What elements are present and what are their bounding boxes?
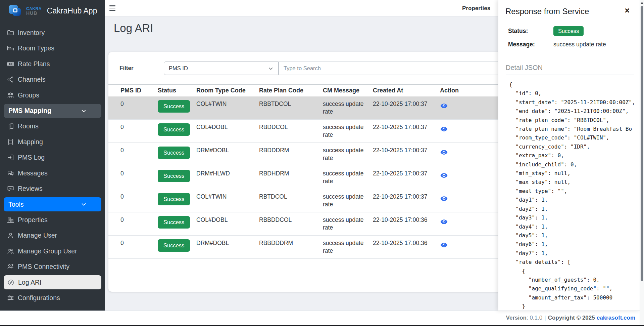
- view-detail-eye-icon[interactable]: [440, 218, 448, 226]
- view-detail-eye-icon[interactable]: [440, 148, 448, 156]
- sidebar-item-pms-connectivity[interactable]: PMS Connectivity: [0, 259, 105, 275]
- cell-pms-id: 0: [108, 189, 158, 212]
- sidebar-item-label: Mapping: [18, 138, 43, 146]
- sidebar-item-manage-group-user[interactable]: Manage Group User: [0, 243, 105, 259]
- response-panel: Response from Service × Status: Success …: [498, 0, 640, 311]
- copyright-text: Copyright © 2025: [548, 315, 595, 321]
- version-label: Version: [506, 315, 527, 321]
- sidebar-item-label: Groups: [18, 91, 39, 99]
- sidebar-item-label: Messages: [18, 169, 48, 177]
- status-label: Status:: [508, 28, 553, 35]
- sidebar-item-label: Manage User: [18, 232, 57, 239]
- view-detail-eye-icon[interactable]: [440, 102, 448, 110]
- cakrahub-logo-icon: [9, 5, 23, 17]
- page-scrollbar[interactable]: [640, 0, 644, 325]
- user-icon: [7, 232, 15, 240]
- status-badge: Success: [158, 123, 190, 136]
- cell-rate-plan-code: RBBTDCOL: [259, 96, 323, 120]
- status-row: Status: Success: [498, 26, 640, 36]
- app-window: CAKRA HUB CakraHub App Inventory Room Ty…: [0, 0, 644, 326]
- cell-pms-id: 0: [108, 120, 158, 143]
- scrollbar-thumb[interactable]: [641, 6, 643, 281]
- sidebar-item-inventory[interactable]: Inventory: [0, 25, 105, 41]
- sidebar-item-label: Rate Plans: [18, 60, 50, 68]
- cell-rate-plan-code: RBTDCOL: [259, 189, 323, 212]
- folder-icon: [7, 29, 15, 37]
- sidebar-item-room-types[interactable]: Room Types: [0, 41, 105, 56]
- status-badge: Success: [158, 100, 190, 113]
- navbar-item-properties[interactable]: Properties: [462, 0, 490, 16]
- view-detail-eye-icon[interactable]: [440, 195, 448, 203]
- sidebar-item-label: Configurations: [18, 294, 60, 302]
- sidebar-item-label: Rooms: [18, 122, 39, 130]
- sidebar-item-pms-log[interactable]: PMS Log: [0, 150, 105, 166]
- column-header-status: Status: [158, 85, 196, 97]
- column-header-room-type-code: Room Type Code: [196, 85, 259, 97]
- cell-pms-id: 0: [108, 212, 158, 236]
- view-detail-eye-icon[interactable]: [440, 241, 448, 249]
- cell-cm-message: success update rate: [323, 236, 373, 259]
- sidebar-item-log-ari[interactable]: Log ARI: [4, 275, 101, 289]
- cell-created-at: 22-10-2025 17:00:37: [373, 189, 440, 212]
- brand-mini-text: CAKRA HUB: [26, 7, 42, 15]
- sidebar-item-label: PMS Connectivity: [18, 263, 69, 271]
- cakrasoft-link[interactable]: cakrasoft.com: [597, 315, 635, 321]
- user-network-icon: [7, 263, 15, 271]
- sidebar-item-mapping[interactable]: Mapping: [0, 134, 105, 150]
- scroll-up-arrow-icon[interactable]: [641, 2, 643, 4]
- cell-pms-id: 0: [108, 143, 158, 166]
- panel-header: Response from Service ×: [498, 0, 640, 21]
- bed-icon: [7, 44, 15, 52]
- column-header-rate-plan-code: Rate Plan Code: [259, 85, 323, 97]
- sidebar-item-label: Manage Group User: [18, 247, 77, 255]
- view-detail-eye-icon[interactable]: [440, 125, 448, 133]
- detail-json-label: Detail JSON: [506, 64, 634, 75]
- message-value: success update rate: [553, 41, 606, 48]
- review-icon: [7, 185, 15, 193]
- cell-cm-message: success update rate: [323, 189, 373, 212]
- cell-cm-message: success update rate: [323, 166, 373, 189]
- hamburger-menu-icon[interactable]: [109, 5, 117, 11]
- sidebar-nav: Inventory Room Types Rate Plans Channels…: [0, 22, 105, 306]
- sidebar-item-channels[interactable]: Channels: [0, 72, 105, 88]
- sidebar-item-rate-plans[interactable]: Rate Plans: [0, 56, 105, 72]
- detail-json-content: { "id": 0, "start_date": "2025-11-21T00:…: [498, 80, 640, 311]
- cell-created-at: 22-10-2025 17:00:37: [373, 96, 440, 120]
- cell-rate-plan-code: RBBDDCOL: [259, 212, 323, 236]
- message-label: Message:: [508, 41, 553, 48]
- sidebar-item-label: PMS Log: [18, 154, 45, 161]
- cell-room-type-code: DRM#DOBL: [196, 236, 259, 259]
- sidebar-item-properties[interactable]: Properties: [0, 212, 105, 228]
- people-icon: [7, 91, 15, 99]
- cell-created-at: 22-10-2025 17:00:36: [373, 236, 440, 259]
- page-title: Log ARI: [114, 22, 153, 35]
- chevron-down-icon: [268, 66, 274, 73]
- sidebar-item-tools[interactable]: Tools: [4, 197, 101, 211]
- filter-type-select[interactable]: PMS ID: [164, 62, 279, 75]
- sidebar-item-messages[interactable]: Messages: [0, 165, 105, 181]
- cell-created-at: 22-10-2025 17:00:37: [373, 166, 440, 189]
- cell-created-at: 22-10-2025 17:00:36: [373, 212, 440, 236]
- sidebar-item-reviews[interactable]: Reviews: [0, 181, 105, 197]
- column-header-created-at: Created At: [373, 85, 440, 97]
- sidebar-item-groups[interactable]: Groups: [0, 87, 105, 103]
- cell-room-type-code: COL#TWIN: [196, 189, 259, 212]
- user-group-icon: [7, 247, 15, 255]
- cell-pms-id: 0: [108, 96, 158, 120]
- close-icon[interactable]: ×: [625, 7, 630, 14]
- cell-rate-plan-code: RBDDCOL: [259, 120, 323, 143]
- sidebar-item-label: Tools: [8, 201, 24, 208]
- sidebar-item-manage-user[interactable]: Manage User: [0, 228, 105, 244]
- sidebar: CAKRA HUB CakraHub App Inventory Room Ty…: [0, 0, 105, 311]
- view-detail-eye-icon[interactable]: [440, 171, 448, 179]
- sidebar-item-configurations[interactable]: Configurations: [0, 290, 105, 306]
- cell-cm-message: success update rate: [323, 96, 373, 120]
- sidebar-item-rooms[interactable]: Rooms: [0, 119, 105, 134]
- brand[interactable]: CAKRA HUB CakraHub App: [0, 0, 105, 22]
- sidebar-item-pms-mapping[interactable]: PMS Mapping: [4, 104, 101, 118]
- chevron-down-icon: [81, 108, 87, 114]
- panel-title: Response from Service: [505, 7, 589, 16]
- status-badge: Success: [158, 147, 190, 159]
- login-icon: [7, 154, 15, 162]
- cell-room-type-code: COL#DOBL: [196, 120, 259, 143]
